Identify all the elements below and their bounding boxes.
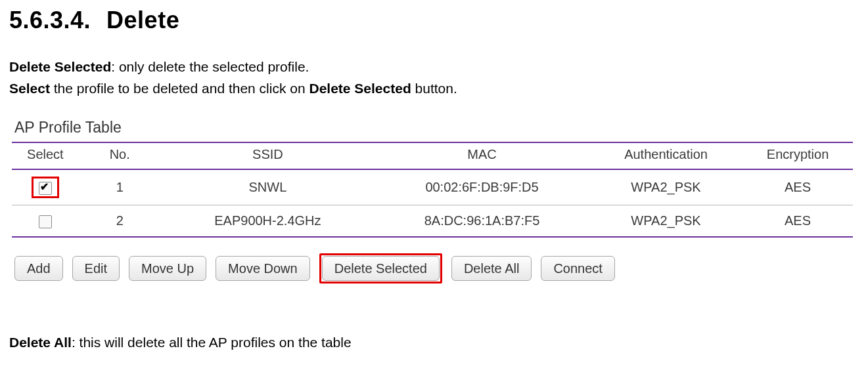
row1-no: 1	[79, 169, 161, 205]
panel-title: AP Profile Table	[14, 119, 853, 136]
edit-button[interactable]: Edit	[72, 256, 120, 281]
row2-mac: 8A:DC:96:1A:B7:F5	[375, 205, 589, 238]
row1-ssid: SNWL	[161, 169, 375, 205]
row1-auth: WPA2_PSK	[589, 169, 742, 205]
section-number: 5.6.3.4.	[9, 7, 91, 34]
row2-enc: AES	[742, 205, 853, 238]
row2-checkbox-wrap	[37, 212, 53, 230]
delete-selected-highlight: Delete Selected	[319, 253, 442, 284]
intro-text: Delete Selected: only delete the selecte…	[9, 56, 837, 99]
add-button[interactable]: Add	[14, 256, 63, 281]
delete-all-button[interactable]: Delete All	[451, 256, 532, 281]
ap-profile-table: Select No. SSID MAC Authentication Encry…	[12, 142, 853, 238]
footer-delete-all-label: Delete All	[9, 335, 72, 350]
section-title: Delete	[106, 7, 179, 33]
connect-button[interactable]: Connect	[541, 256, 615, 281]
col-auth: Authentication	[589, 142, 742, 169]
intro-select-label: Select	[9, 81, 50, 96]
ap-profile-panel: AP Profile Table Select No. SSID MAC Aut…	[12, 119, 853, 284]
delete-selected-button[interactable]: Delete Selected	[322, 256, 440, 281]
section-heading: 5.6.3.4.Delete	[9, 7, 868, 34]
table-row: 2 EAP900H-2.4GHz 8A:DC:96:1A:B7:F5 WPA2_…	[12, 205, 853, 238]
row1-enc: AES	[742, 169, 853, 205]
button-row: Add Edit Move Up Move Down Delete Select…	[14, 253, 853, 284]
row1-mac: 00:02:6F:DB:9F:D5	[375, 169, 589, 205]
move-up-button[interactable]: Move Up	[129, 256, 206, 281]
row1-checkbox-highlight	[32, 177, 59, 198]
table-row: 1 SNWL 00:02:6F:DB:9F:D5 WPA2_PSK AES	[12, 169, 853, 205]
footer-rest: : this will delete all the AP profiles o…	[72, 335, 352, 350]
intro-line1-rest: : only delete the selected profile.	[111, 59, 309, 74]
col-mac: MAC	[375, 142, 589, 169]
intro-delete-selected-label: Delete Selected	[9, 59, 111, 74]
row1-checkbox[interactable]	[39, 182, 52, 195]
col-no: No.	[79, 142, 161, 169]
col-ssid: SSID	[161, 142, 375, 169]
intro-line2-end: button.	[411, 81, 457, 96]
footer-text: Delete All: this will delete all the AP …	[9, 335, 868, 350]
row2-no: 2	[79, 205, 161, 238]
row2-checkbox[interactable]	[39, 215, 52, 228]
intro-line2-mid: the profile to be deleted and then click…	[50, 81, 309, 96]
row2-ssid: EAP900H-2.4GHz	[161, 205, 375, 238]
move-down-button[interactable]: Move Down	[216, 256, 310, 281]
row2-auth: WPA2_PSK	[589, 205, 742, 238]
intro-delete-selected-label2: Delete Selected	[309, 81, 411, 96]
col-enc: Encryption	[742, 142, 853, 169]
col-select: Select	[12, 142, 79, 169]
